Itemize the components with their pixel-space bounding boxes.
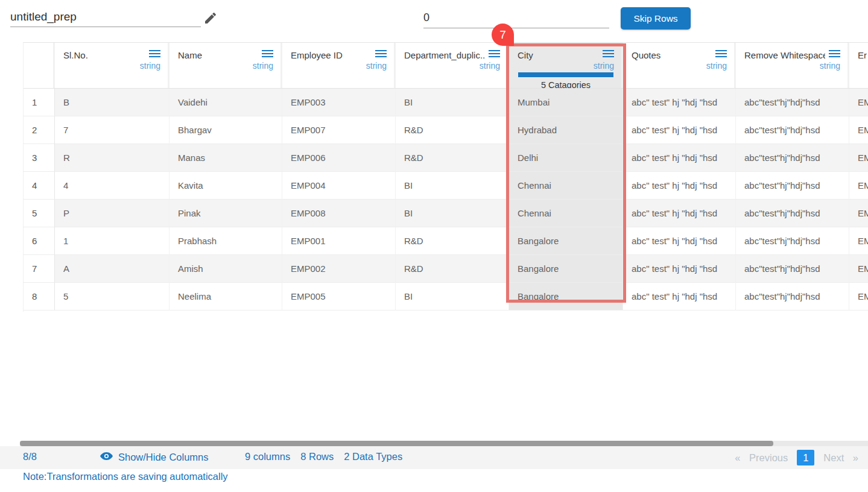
table-cell: abc"test"hj"hdj"hsd — [736, 283, 849, 311]
row-number: 8 — [24, 283, 55, 311]
column-header-er[interactable]: Er — [849, 43, 868, 88]
table-cell: EM — [849, 116, 868, 144]
edit-pencil-icon[interactable] — [203, 11, 218, 25]
column-menu-icon[interactable] — [262, 49, 273, 60]
table-cell: EM — [849, 144, 868, 172]
column-type-label: string — [63, 61, 160, 71]
table-cell: EMP003 — [282, 89, 396, 116]
table-cell: EMP001 — [282, 227, 396, 255]
pagination: « Previous 1 Next » — [735, 450, 858, 465]
column-menu-icon[interactable] — [375, 49, 387, 60]
rows-count-stat: 8 Rows — [300, 451, 334, 462]
table-cell: EMP002 — [282, 255, 396, 283]
column-label: Er — [858, 50, 867, 60]
data-table: Sl.No.stringNamestringEmployee IDstringD… — [23, 42, 868, 312]
row-number-column-header — [24, 43, 55, 88]
column-header-department-duplic[interactable]: Department_duplic...string — [396, 43, 509, 88]
table-stats: 9 columns 8 Rows 2 Data Types — [245, 451, 402, 462]
table-cell: R&D — [396, 227, 509, 255]
table-cell: EMP008 — [282, 200, 396, 227]
table-row: 27BhargavEMP007R&DHydrabadabc" test" hj … — [24, 116, 868, 144]
skip-rows-button[interactable]: Skip Rows — [621, 7, 691, 30]
previous-page-button[interactable]: « Previous — [735, 452, 788, 464]
table-cell: Chennai — [509, 200, 623, 227]
table-cell: EMP004 — [282, 172, 396, 200]
table-cell: R&D — [396, 144, 509, 172]
table-cell: Prabhash — [169, 227, 282, 255]
table-header-row: Sl.No.stringNamestringEmployee IDstringD… — [24, 43, 868, 89]
table-row: 1BVaidehiEMP003BIMumbaiabc" test" hj "hd… — [24, 89, 868, 116]
annotation-badge: 7 — [492, 24, 514, 46]
column-label: City — [518, 50, 533, 60]
table-cell: BI — [396, 200, 509, 227]
table-cell: BI — [396, 172, 509, 200]
columns-count-stat: 9 columns — [245, 451, 290, 462]
row-number: 2 — [24, 116, 55, 144]
table-cell: 5 — [55, 283, 169, 311]
row-number: 1 — [24, 89, 55, 116]
column-label: Sl.No. — [63, 50, 88, 60]
skip-rows-input[interactable] — [423, 8, 609, 28]
column-label: Quotes — [632, 50, 661, 60]
column-header-sl-no[interactable]: Sl.No.string — [55, 43, 169, 88]
column-menu-icon[interactable] — [149, 49, 160, 60]
rows-shown-count: 8/8 — [23, 451, 37, 462]
table-cell: Manas — [169, 144, 282, 172]
column-header-employee-id[interactable]: Employee IDstring — [282, 43, 396, 88]
table-cell: EM — [849, 200, 868, 227]
table-cell: abc"test"hj"hdj"hsd — [736, 200, 849, 227]
table-cell: EMP006 — [282, 144, 396, 172]
row-number: 4 — [24, 172, 55, 200]
table-cell: BI — [396, 283, 509, 311]
data-types-stat: 2 Data Types — [344, 451, 402, 462]
table-cell: Bangalore — [509, 283, 623, 311]
column-menu-icon[interactable] — [489, 49, 500, 60]
table-body: 1BVaidehiEMP003BIMumbaiabc" test" hj "hd… — [24, 89, 868, 311]
table-cell: R&D — [396, 255, 509, 283]
horizontal-scrollbar-track[interactable] — [20, 441, 868, 446]
table-row: 7AAmishEMP002R&DBangaloreabc" test" hj "… — [24, 255, 868, 283]
table-cell: Hydrabad — [509, 116, 623, 144]
table-cell: abc" test" hj "hdj "hsd — [623, 255, 736, 283]
table-cell: 7 — [55, 116, 169, 144]
table-cell: Amish — [169, 255, 282, 283]
column-type-label: string — [178, 61, 273, 71]
current-page-button[interactable]: 1 — [797, 450, 814, 465]
table-row: 61PrabhashEMP001R&DBangaloreabc" test" h… — [24, 227, 868, 255]
column-menu-icon[interactable] — [829, 49, 840, 60]
table-cell: Bhargav — [169, 116, 282, 144]
categories-progress-bar — [518, 72, 613, 77]
table-cell: Bangalore — [509, 227, 623, 255]
table-cell: abc" test" hj "hdj "hsd — [623, 200, 736, 227]
next-page-button[interactable]: Next » — [823, 452, 858, 464]
column-header-name[interactable]: Namestring — [169, 43, 282, 88]
table-cell: 1 — [55, 227, 169, 255]
table-cell: EMP007 — [282, 116, 396, 144]
column-header-remove-whitespace[interactable]: Remove Whitespacestring — [736, 43, 849, 88]
column-menu-icon[interactable] — [603, 49, 614, 60]
table-row: 85NeelimaEMP005BIBangaloreabc" test" hj … — [24, 283, 868, 311]
horizontal-scrollbar-thumb[interactable] — [20, 441, 773, 446]
table-cell: EM — [849, 89, 868, 116]
table-cell: abc"test"hj"hdj"hsd — [736, 89, 849, 116]
column-menu-icon[interactable] — [715, 49, 727, 60]
prep-name-input[interactable] — [10, 7, 201, 27]
table-cell: abc"test"hj"hdj"hsd — [736, 172, 849, 200]
row-number: 3 — [24, 144, 55, 172]
column-label: Employee ID — [291, 50, 343, 60]
show-hide-columns-button[interactable]: Show/Hide Columns — [100, 451, 208, 464]
table-cell: BI — [396, 89, 509, 116]
column-header-quotes[interactable]: Quotesstring — [623, 43, 736, 88]
column-label: Department_duplic... — [404, 50, 485, 60]
table-cell: 4 — [55, 172, 169, 200]
footer-bar: 8/8 Show/Hide Columns 9 columns 8 Rows 2… — [0, 446, 868, 469]
column-type-label: string — [632, 61, 727, 71]
table-cell: EM — [849, 172, 868, 200]
column-label: Remove Whitespace — [744, 50, 825, 60]
table-cell: Vaidehi — [169, 89, 282, 116]
column-header-city[interactable]: Citystring5 Catagories — [509, 43, 623, 88]
show-hide-columns-label: Show/Hide Columns — [118, 452, 208, 463]
table-cell: abc"test"hj"hdj"hsd — [736, 116, 849, 144]
table-row: 5PPinakEMP008BIChennaiabc" test" hj "hdj… — [24, 200, 868, 227]
table-cell: R — [55, 144, 169, 172]
